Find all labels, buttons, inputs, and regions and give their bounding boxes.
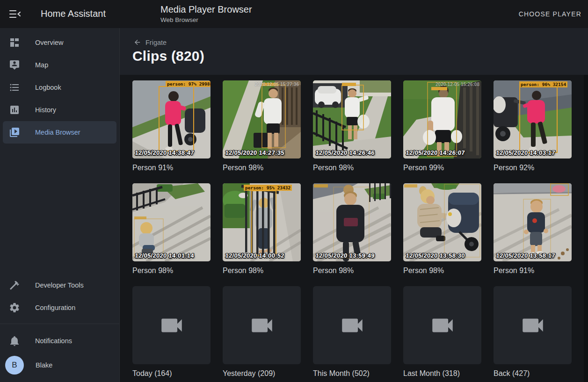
clip-timestamp: 12/05/2020 14:01:14 [135, 252, 194, 259]
clip-card[interactable]: 12/05/2020 13:58:30 Person 98% [403, 183, 481, 275]
sidebar-item-label: Logbook [35, 84, 61, 91]
clip-thumbnail: 12/05/2020 14:01:14 [132, 183, 211, 261]
clip-thumbnail: 2020-12-05 15:26:08 12/05/2020 14:26:07 [403, 80, 481, 159]
clip-timestamp: 12/05/2020 14:27:35 [225, 149, 284, 156]
sidebar: Overview Map Logbook History Media Brows… [0, 28, 120, 382]
video-icon [248, 312, 276, 339]
folder-card-this-month[interactable]: This Month (502) [313, 286, 391, 378]
clip-timestamp: 12/05/2020 13:59:49 [315, 252, 375, 259]
clip-timestamp: 12/05/2020 14:38:47 [135, 149, 194, 156]
folder-label: Yesterday (209) [223, 369, 301, 378]
media-player-heading: Media Player Browser Web Browser [160, 4, 252, 23]
sidebar-item-label: Developer Tools [35, 281, 84, 289]
camera-osd-timestamp: 2020-12-05 15:26:08 [436, 82, 479, 87]
clip-card[interactable]: 12/05/2020 14:01:14 Person 98% [132, 183, 211, 275]
sidebar-item-media-browser[interactable]: Media Browser [3, 121, 116, 144]
clip-label: Person 92% [494, 164, 572, 172]
media-grid: person: 97% 29988 12/05/2020 14:38:47 Pe… [132, 80, 588, 378]
clip-label: Person 98% [313, 267, 391, 275]
hammer-icon [9, 280, 20, 291]
clip-timestamp: 12/05/2020 14:26:07 [406, 149, 465, 156]
clip-timestamp: 12/05/2020 14:00:52 [225, 252, 284, 259]
sidebar-item-notifications[interactable]: Notifications [3, 330, 116, 352]
video-icon [339, 312, 366, 339]
folder-thumbnail [403, 286, 481, 364]
choose-player-button[interactable]: CHOOSE PLAYER [519, 10, 581, 18]
media-player-subtitle: Web Browser [160, 16, 252, 23]
folder-card-back[interactable]: Back (427) [494, 286, 572, 378]
clip-card[interactable]: person: 96% 32154 12/05/2020 14:03:17 Pe… [494, 80, 572, 172]
chart-icon [9, 104, 20, 115]
clip-label: Person 98% [132, 267, 211, 275]
clip-thumbnail: 12/05/2020 13:58:17 [494, 183, 572, 261]
clip-label: Person 98% [313, 164, 391, 172]
gear-icon [9, 302, 20, 313]
list-icon [9, 82, 20, 93]
clip-thumbnail: 12/05/2020 13:59:49 [313, 183, 391, 261]
clip-thumbnail: 12/05/2020 13:58:30 [403, 183, 481, 261]
sidebar-item-profile[interactable]: B Blake [3, 352, 116, 378]
sidebar-item-label: Overview [35, 39, 63, 46]
media-browser-header: Frigate Clips (820) [120, 28, 588, 75]
clip-label: Person 98% [223, 267, 301, 275]
clip-label: Person 91% [494, 267, 572, 275]
sidebar-item-label: Map [35, 61, 48, 69]
media-browser-icon [9, 127, 20, 138]
clip-thumbnail: 2020-12-05 15:27:36 12/05/2020 14:27:35 [223, 80, 301, 159]
profile-name: Blake [36, 361, 52, 369]
detection-label: person: 97% 29988 [166, 81, 211, 87]
breadcrumb-label: Frigate [145, 39, 167, 46]
clip-timestamp: 12/05/2020 14:26:46 [315, 149, 375, 156]
clip-timestamp: 12/05/2020 13:58:17 [496, 252, 555, 259]
folder-thumbnail [132, 286, 211, 364]
clip-timestamp: 12/05/2020 13:58:30 [406, 252, 465, 259]
clip-card[interactable]: 2020-12-05 15:27:36 12/05/2020 14:27:35 … [223, 80, 301, 172]
sidebar-item-developer-tools[interactable]: Developer Tools [3, 274, 116, 296]
clip-timestamp: 12/05/2020 14:03:17 [496, 149, 555, 156]
clip-card[interactable]: person: 97% 29988 12/05/2020 14:38:47 Pe… [132, 80, 211, 172]
sidebar-item-label: History [35, 106, 56, 114]
video-icon [429, 312, 456, 339]
clip-label: Person 98% [223, 164, 301, 172]
clip-label: Person 99% [403, 164, 481, 172]
sidebar-divider [0, 324, 119, 324]
media-grid-container: person: 97% 29988 12/05/2020 14:38:47 Pe… [120, 75, 588, 382]
sidebar-item-label: Notifications [35, 337, 72, 345]
breadcrumb-back[interactable]: Frigate [133, 38, 167, 46]
arrow-left-icon [133, 38, 141, 46]
sidebar-item-configuration[interactable]: Configuration [3, 296, 116, 319]
clip-thumbnail: 12/05/2020 14:26:46 [313, 80, 391, 159]
clip-card[interactable]: person: 95% 23432 12/05/2020 14:00:52 Pe… [223, 183, 301, 275]
avatar: B [5, 356, 24, 375]
clip-card[interactable]: 12/05/2020 14:26:46 Person 98% [313, 80, 391, 172]
detection-label: person: 95% 23432 [244, 185, 292, 191]
sidebar-item-logbook[interactable]: Logbook [3, 76, 116, 99]
sidebar-item-label: Media Browser [35, 129, 80, 136]
sidebar-item-label: Configuration [35, 304, 75, 311]
camera-osd-timestamp: 2020-12-05 15:27:36 [255, 82, 299, 87]
folder-card-yesterday[interactable]: Yesterday (209) [223, 286, 301, 378]
sidebar-item-overview[interactable]: Overview [3, 31, 116, 54]
sidebar-toggle-icon[interactable] [8, 8, 22, 20]
media-player-title: Media Player Browser [160, 4, 252, 15]
clip-thumbnail: person: 97% 29988 12/05/2020 14:38:47 [132, 80, 211, 159]
sidebar-item-map[interactable]: Map [3, 54, 116, 76]
clip-card[interactable]: 2020-12-05 15:26:08 12/05/2020 14:26:07 … [403, 80, 481, 172]
bell-icon [9, 335, 20, 346]
scrollbar[interactable] [584, 75, 588, 382]
folder-card-today[interactable]: Today (164) [132, 286, 211, 378]
clip-card[interactable]: 12/05/2020 13:58:17 Person 91% [494, 183, 572, 275]
app-title: Home Assistant [41, 8, 106, 19]
clip-thumbnail: person: 95% 23432 12/05/2020 14:00:52 [223, 183, 301, 261]
clip-card[interactable]: 12/05/2020 13:59:49 Person 98% [313, 183, 391, 275]
video-icon [519, 312, 546, 339]
sidebar-spacer [0, 144, 119, 274]
folder-card-last-month[interactable]: Last Month (318) [403, 286, 481, 378]
detection-label: person: 96% 32154 [519, 81, 567, 87]
clip-label: Person 98% [403, 267, 481, 275]
folder-label: This Month (502) [313, 369, 391, 378]
folder-label: Last Month (318) [403, 369, 481, 378]
sidebar-item-history[interactable]: History [3, 99, 116, 121]
folder-thumbnail [494, 286, 572, 364]
video-icon [158, 312, 185, 339]
